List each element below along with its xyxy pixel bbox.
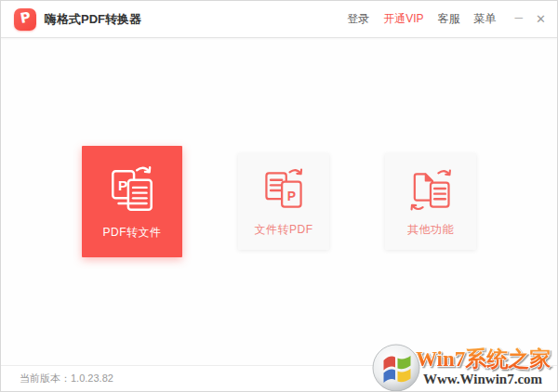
windows-flag-icon xyxy=(373,345,419,391)
card-label-file-to-pdf: 文件转PDF xyxy=(255,222,313,238)
version-text: 当前版本：1.0.23.82 xyxy=(20,372,113,385)
app-title: 嗨格式PDF转换器 xyxy=(45,11,141,28)
titlebar: P 嗨格式PDF转换器 登录 开通VIP 客服 菜单 ─ ✕ xyxy=(1,1,557,38)
card-pdf-to-file[interactable]: P PDF转文件 xyxy=(82,146,182,257)
icon-letter-p: P xyxy=(118,177,127,193)
card-other-functions[interactable]: 其他功能 xyxy=(385,153,476,250)
watermark-site-name: Win7系统之家 xyxy=(416,346,551,371)
nav-customer-service[interactable]: 客服 xyxy=(438,11,460,27)
nav-menu[interactable]: 菜单 xyxy=(474,11,497,27)
window-controls: ─ ✕ xyxy=(515,13,546,25)
file-to-pdf-icon: P xyxy=(259,165,308,214)
card-file-to-pdf[interactable]: P 文件转PDF xyxy=(238,153,329,250)
pdf-to-file-icon: P xyxy=(105,163,159,216)
other-functions-icon xyxy=(406,165,455,214)
top-navigation: 登录 开通VIP 客服 菜单 xyxy=(347,11,496,27)
nav-login[interactable]: 登录 xyxy=(347,11,369,27)
close-icon[interactable]: ✕ xyxy=(536,13,546,25)
icon-letter-p: P xyxy=(287,189,296,203)
minimize-icon[interactable]: ─ xyxy=(515,12,524,23)
main-content: P PDF转文件 xyxy=(1,38,557,365)
app-logo-icon: P xyxy=(14,8,36,31)
app-window: P 嗨格式PDF转换器 登录 开通VIP 客服 菜单 ─ ✕ P xyxy=(0,0,558,392)
card-label-other-functions: 其他功能 xyxy=(407,222,454,238)
watermark-site-url: Www.Winwin7.com xyxy=(423,372,543,386)
watermark: Win7系统之家 Www.Winwin7.com xyxy=(371,341,555,391)
card-label-pdf-to-file: PDF转文件 xyxy=(103,225,162,241)
logo-letter: P xyxy=(19,10,31,26)
nav-open-vip[interactable]: 开通VIP xyxy=(383,11,423,27)
